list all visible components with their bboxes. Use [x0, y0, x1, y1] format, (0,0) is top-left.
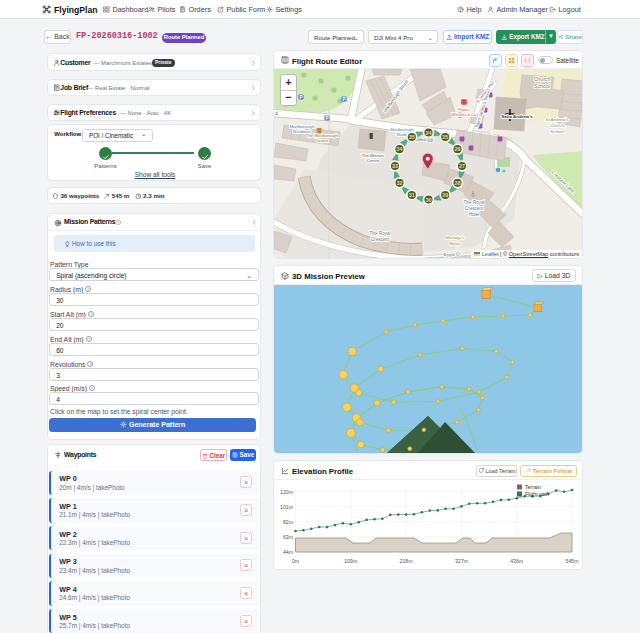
svg-text:d: d [275, 111, 278, 116]
svg-text:P: P [325, 116, 328, 121]
svg-text:120m: 120m [280, 489, 293, 495]
svg-text:109m: 109m [344, 558, 357, 564]
svg-text:Montagu's: Montagu's [445, 235, 464, 240]
svg-text:Centre: Centre [367, 158, 380, 163]
svg-text:P: P [299, 95, 302, 100]
svg-text:Crescent: Crescent [465, 206, 484, 211]
svg-text:Mews: Mews [450, 241, 461, 246]
svg-text:Church: Church [550, 123, 565, 128]
svg-text:P: P [342, 97, 345, 102]
svg-text:Hotel: Hotel [469, 212, 480, 217]
svg-text:Saint Andrew's: Saint Andrew's [501, 114, 533, 119]
svg-text:Church: Church [534, 76, 551, 82]
svg-text:44m: 44m [283, 549, 293, 555]
svg-text:24: 24 [426, 130, 432, 136]
svg-text:32: 32 [397, 180, 403, 186]
svg-text:28: 28 [455, 180, 461, 186]
svg-text:School: School [550, 129, 563, 134]
svg-text:436m: 436m [510, 558, 523, 564]
svg-text:School: School [534, 83, 550, 89]
svg-text:35: 35 [409, 134, 415, 140]
svg-text:327m: 327m [455, 558, 468, 564]
svg-text:82m: 82m [283, 519, 293, 525]
svg-text:29: 29 [442, 192, 448, 198]
svg-text:33: 33 [392, 163, 398, 169]
svg-text:34: 34 [397, 146, 403, 152]
svg-text:Buildi: Buildi [397, 132, 407, 137]
svg-text:Crescent: Crescent [371, 237, 390, 242]
svg-text:The Royal: The Royal [370, 231, 391, 236]
svg-text:30: 30 [426, 197, 432, 203]
svg-text:27: 27 [459, 163, 465, 169]
svg-text:Terrain: Terrain [525, 484, 541, 490]
svg-text:25: 25 [442, 134, 448, 140]
svg-text:St Andrew's: St Andrew's [545, 117, 569, 122]
svg-text:Tavern: Tavern [316, 138, 329, 143]
svg-text:Flight path: Flight path [525, 491, 549, 497]
svg-text:The Royal: The Royal [464, 200, 485, 205]
svg-text:⛪: ⛪ [470, 191, 477, 198]
svg-text:26: 26 [455, 146, 461, 152]
svg-text:0m: 0m [292, 558, 299, 564]
svg-text:31: 31 [409, 192, 415, 198]
svg-text:101m: 101m [280, 504, 293, 510]
svg-text:Whistles & Co: Whistles & Co [452, 112, 476, 117]
svg-text:63m: 63m [283, 534, 293, 540]
svg-text:545m: 545m [566, 558, 579, 564]
svg-text:218m: 218m [400, 558, 413, 564]
